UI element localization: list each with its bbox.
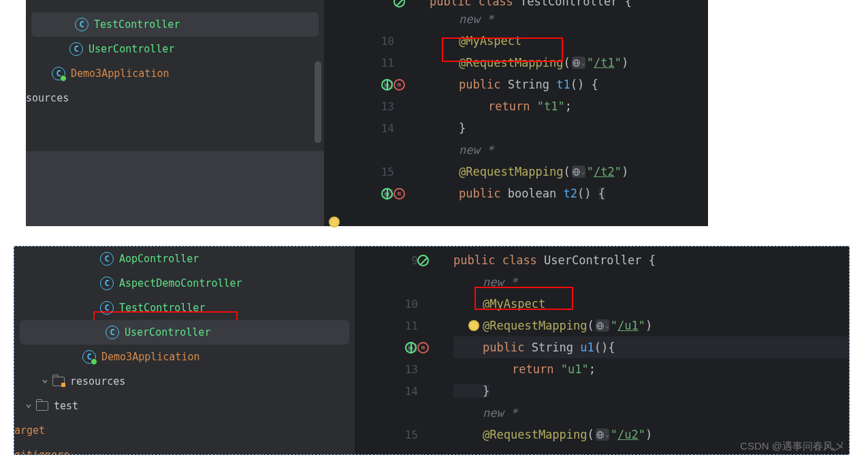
code-line[interactable]: public String t1() {: [430, 74, 708, 95]
class-icon: C: [100, 252, 114, 266]
tree-item-testcontroller[interactable]: CTestController: [14, 296, 355, 320]
resources-folder-icon: [52, 377, 65, 386]
tree-label: Demo3Application: [71, 67, 170, 80]
web-endpoint-icon[interactable]: [381, 188, 393, 200]
class-icon: C: [69, 42, 83, 56]
tree-label: sources: [26, 92, 69, 104]
mapping-icon[interactable]: m: [393, 79, 405, 91]
tree-item-aspectdemocontroller[interactable]: CAspectDemoController: [14, 271, 355, 296]
url-globe-icon[interactable]: ⌄: [596, 319, 609, 332]
class-icon: C: [100, 301, 114, 315]
tree-item-demo3application[interactable]: CDemo3Application: [14, 345, 355, 369]
lightbulb-icon[interactable]: [468, 320, 479, 331]
override-icon[interactable]: [393, 0, 405, 7]
tree-item-sources[interactable]: sources: [26, 86, 324, 110]
code-line[interactable]: @RequestMapping(⌄"/t2"): [430, 161, 708, 183]
line-number: 15: [405, 428, 426, 441]
tree-item-test[interactable]: test: [14, 394, 355, 418]
tree-label: arget: [14, 424, 45, 437]
runnable-class-icon: C: [82, 350, 96, 364]
code-line[interactable]: }: [430, 117, 708, 139]
code-area[interactable]: public class TestController {new *@MyAsp…: [430, 0, 708, 226]
folder-icon: [36, 401, 48, 411]
tree-item-aopcontroller[interactable]: CAopController: [14, 247, 355, 271]
tree-item-usercontroller[interactable]: CUserController: [26, 37, 324, 61]
line-number: 15: [381, 166, 402, 178]
tree-label: gitignore: [14, 449, 69, 454]
tree-item-resources[interactable]: resources: [14, 369, 355, 394]
tree-label: TestController: [94, 18, 180, 31]
tree-item-gitignore[interactable]: gitignore: [14, 443, 355, 454]
gutter: 9101112m131415: [355, 247, 453, 454]
code-editor-top[interactable]: 101112m13141516m public class TestContro…: [324, 0, 708, 226]
web-endpoint-icon[interactable]: [405, 342, 417, 354]
mapping-icon[interactable]: m: [417, 342, 429, 354]
tree-label: resources: [70, 375, 125, 388]
code-line[interactable]: @RequestMapping(⌄"/u1"): [453, 315, 849, 336]
code-line[interactable]: @RequestMapping(⌄"/t1"): [430, 52, 708, 74]
bottom-ide-panel: CAopControllerCAspectDemoControllerCTest…: [14, 246, 850, 455]
tree-item-demo3application[interactable]: CDemo3Application: [26, 61, 324, 86]
line-number: 14: [381, 122, 402, 135]
tree-label: TestController: [119, 302, 205, 314]
line-number: 14: [405, 385, 426, 398]
code-line[interactable]: new *: [453, 271, 849, 293]
code-line[interactable]: @MyAspect: [430, 30, 708, 52]
url-globe-icon[interactable]: ⌄: [572, 57, 585, 69]
code-line[interactable]: return "u1";: [453, 358, 849, 380]
tree-item-arget[interactable]: arget: [14, 418, 355, 443]
tree-label: UserController: [89, 43, 174, 55]
tree-item-testcontroller[interactable]: CTestController: [31, 12, 319, 37]
code-line[interactable]: public class TestController {: [430, 0, 708, 8]
mapping-icon[interactable]: m: [393, 188, 405, 200]
lightbulb-icon[interactable]: [329, 217, 340, 227]
tree-label: AopController: [119, 253, 199, 265]
chevron-down-icon[interactable]: [42, 378, 48, 385]
tree-item-usercontroller[interactable]: CUserController: [20, 320, 349, 345]
code-line[interactable]: new *: [430, 8, 708, 30]
line-number: 13: [405, 363, 426, 376]
tree-label: Demo3Application: [101, 351, 200, 363]
code-area[interactable]: public class UserController {new *@MyAsp…: [453, 247, 849, 454]
line-number: 10: [405, 298, 426, 311]
code-line[interactable]: public class UserController {: [453, 249, 849, 271]
url-globe-icon[interactable]: ⌄: [596, 428, 609, 441]
chevron-down-icon[interactable]: [25, 403, 32, 409]
override-icon[interactable]: [417, 255, 429, 266]
runnable-class-icon: C: [52, 67, 65, 80]
class-icon: C: [100, 277, 114, 290]
web-endpoint-icon[interactable]: [381, 79, 393, 91]
tree-label: AspectDemoController: [119, 277, 242, 289]
code-line[interactable]: new *: [430, 139, 708, 161]
line-number: 11: [381, 57, 402, 69]
code-line[interactable]: new *: [453, 402, 849, 424]
tree-label: test: [54, 400, 78, 412]
tree-label: UserController: [125, 326, 210, 339]
code-line[interactable]: @MyAspect: [453, 293, 849, 315]
code-editor-bottom[interactable]: 9101112m131415 public class UserControll…: [355, 247, 849, 454]
class-icon: C: [75, 18, 89, 31]
line-number: 10: [381, 35, 402, 48]
code-line[interactable]: }: [453, 380, 849, 402]
code-line[interactable]: return "t1";: [430, 95, 708, 117]
line-number: 11: [405, 319, 426, 332]
url-globe-icon[interactable]: ⌄: [572, 166, 585, 178]
project-tree-bottom[interactable]: CAopControllerCAspectDemoControllerCTest…: [14, 247, 355, 454]
code-line[interactable]: public String u1(){: [453, 336, 849, 358]
code-line[interactable]: public boolean t2() {: [430, 183, 708, 204]
project-tree-top[interactable]: CTestControllerCUserControllerCDemo3Appl…: [26, 0, 324, 226]
watermark-text: CSDN @遇事问春风乄: [740, 440, 843, 453]
class-icon: C: [106, 326, 119, 339]
line-number: 13: [381, 100, 402, 113]
gutter: 101112m13141516m: [324, 0, 430, 226]
top-ide-panel: CTestControllerCUserControllerCDemo3Appl…: [26, 0, 708, 226]
